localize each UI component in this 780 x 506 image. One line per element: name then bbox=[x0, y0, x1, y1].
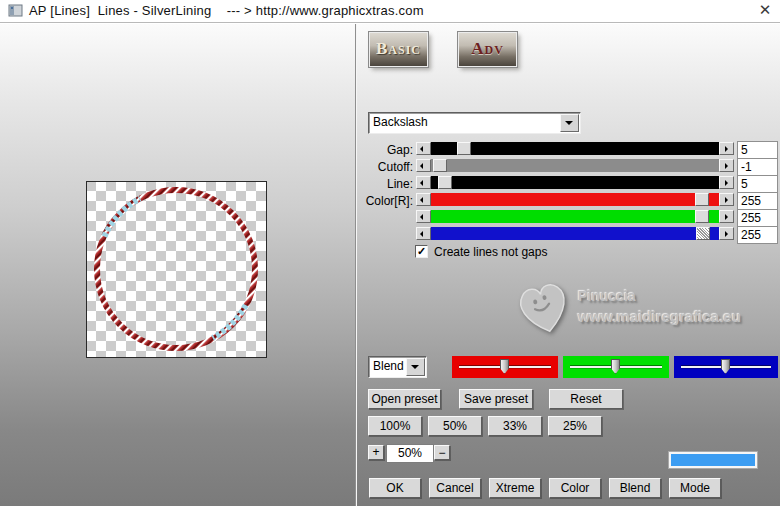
slider-label-cutoff: Cutoff: bbox=[358, 160, 413, 174]
zoom-level-field[interactable]: 50% bbox=[386, 444, 434, 463]
save-preset-button[interactable]: Save preset bbox=[459, 389, 533, 409]
slider-right-arrow[interactable] bbox=[719, 176, 734, 189]
zoom-50-button[interactable]: 50% bbox=[428, 416, 482, 436]
progress-fill bbox=[671, 454, 755, 466]
slider-value-blue[interactable]: 255 bbox=[737, 226, 778, 244]
reset-button[interactable]: Reset bbox=[549, 389, 623, 409]
slider-pointer[interactable] bbox=[721, 359, 730, 374]
create-lines-label: Create lines not gaps bbox=[434, 245, 547, 259]
zoom-100-button[interactable]: 100% bbox=[368, 416, 422, 436]
tab-basic[interactable]: Basic bbox=[369, 32, 428, 67]
slider-pointer[interactable] bbox=[500, 359, 509, 374]
pattern-dropdown-value: Backslash bbox=[373, 115, 428, 129]
slider-left-arrow[interactable] bbox=[416, 142, 431, 155]
slider-thumb[interactable] bbox=[695, 193, 709, 206]
window-title: AP [Lines] Lines - SilverLining --- > ht… bbox=[29, 3, 424, 18]
heart-icon bbox=[512, 276, 576, 340]
blend-slider-green[interactable] bbox=[563, 356, 669, 378]
open-preset-button[interactable]: Open preset bbox=[368, 389, 441, 409]
zoom-25-button[interactable]: 25% bbox=[548, 416, 602, 436]
slider-value-green[interactable]: 255 bbox=[737, 209, 778, 227]
slider-track-cutoff[interactable] bbox=[431, 159, 719, 172]
slider-right-arrow[interactable] bbox=[719, 227, 734, 240]
watermark-name: Pinuccia bbox=[578, 288, 636, 304]
preview-canvas[interactable] bbox=[86, 181, 267, 361]
tab-adv[interactable]: Adv bbox=[458, 32, 517, 67]
slider-label-line: Line: bbox=[358, 177, 413, 191]
slider-value-red[interactable]: 255 bbox=[737, 192, 778, 210]
slider-row-color-r: Color[R]: 255 bbox=[358, 193, 778, 210]
xtreme-button[interactable]: Xtreme bbox=[489, 478, 541, 498]
slider-value-line[interactable]: 5 bbox=[737, 175, 778, 193]
mode-button[interactable]: Mode bbox=[669, 478, 721, 498]
chevron-down-icon bbox=[565, 121, 573, 125]
slider-pointer[interactable] bbox=[611, 359, 620, 374]
slider-left-arrow[interactable] bbox=[416, 210, 431, 223]
slider-track-line[interactable] bbox=[431, 176, 719, 189]
app-icon bbox=[8, 3, 24, 22]
slider-track-gap[interactable] bbox=[431, 142, 719, 155]
slider-right-arrow[interactable] bbox=[719, 210, 734, 223]
watermark: Pinuccia www.maidiregrafica.eu bbox=[512, 276, 752, 346]
ok-button[interactable]: OK bbox=[369, 478, 421, 498]
slider-track-blue[interactable] bbox=[431, 227, 719, 240]
close-icon[interactable]: ✕ bbox=[756, 1, 774, 19]
slider-track-green[interactable] bbox=[431, 210, 719, 223]
zoom-out-button[interactable]: − bbox=[434, 445, 450, 460]
blend-dropdown-value: Blend Opti bbox=[373, 359, 410, 373]
slider-right-arrow[interactable] bbox=[719, 142, 734, 155]
slider-row-color-b: 255 bbox=[358, 227, 778, 244]
slider-label-gap: Gap: bbox=[358, 143, 413, 157]
cancel-button[interactable]: Cancel bbox=[429, 478, 481, 498]
slider-track-red[interactable] bbox=[431, 193, 719, 206]
color-button[interactable]: Color bbox=[549, 478, 601, 498]
progress-bar bbox=[668, 451, 758, 469]
create-lines-checkbox[interactable]: ✓ bbox=[415, 245, 428, 258]
slider-value-cutoff[interactable]: -1 bbox=[737, 158, 778, 176]
pattern-dropdown[interactable]: Backslash bbox=[368, 112, 581, 134]
slider-thumb[interactable] bbox=[438, 176, 452, 189]
blend-button[interactable]: Blend bbox=[609, 478, 661, 498]
slider-right-arrow[interactable] bbox=[719, 159, 734, 172]
slider-row-gap: Gap: 5 bbox=[358, 142, 778, 159]
zoom-in-button[interactable]: + bbox=[368, 445, 384, 460]
blend-options-dropdown[interactable]: Blend Opti bbox=[368, 356, 427, 378]
blend-slider-red[interactable] bbox=[452, 356, 558, 378]
client-area: Basic Adv Backslash Gap: 5 Cutoff: -1 Li… bbox=[0, 23, 780, 506]
title-bar: AP [Lines] Lines - SilverLining --- > ht… bbox=[0, 0, 780, 23]
chevron-down-icon bbox=[411, 365, 419, 369]
slider-row-color-g: 255 bbox=[358, 210, 778, 227]
slider-thumb[interactable] bbox=[457, 142, 471, 155]
slider-label-color-r: Color[R]: bbox=[358, 194, 413, 208]
slider-row-cutoff: Cutoff: -1 bbox=[358, 159, 778, 176]
slider-left-arrow[interactable] bbox=[416, 227, 431, 240]
slider-row-line: Line: 5 bbox=[358, 176, 778, 193]
slider-left-arrow[interactable] bbox=[416, 193, 431, 206]
blend-slider-blue[interactable] bbox=[674, 356, 778, 378]
slider-thumb[interactable] bbox=[695, 210, 709, 223]
watermark-site: www.maidiregrafica.eu bbox=[578, 308, 741, 325]
pane-divider-highlight bbox=[356, 24, 357, 506]
slider-left-arrow[interactable] bbox=[416, 176, 431, 189]
plugin-window: AP [Lines] Lines - SilverLining --- > ht… bbox=[0, 0, 780, 506]
zoom-33-button[interactable]: 33% bbox=[488, 416, 542, 436]
slider-right-arrow[interactable] bbox=[719, 193, 734, 206]
dropdown-arrow-button[interactable] bbox=[560, 114, 579, 132]
slider-thumb[interactable] bbox=[696, 227, 710, 240]
dropdown-arrow-button[interactable] bbox=[406, 358, 425, 376]
slider-thumb[interactable] bbox=[433, 159, 447, 172]
slider-value-gap[interactable]: 5 bbox=[737, 141, 778, 159]
slider-left-arrow[interactable] bbox=[416, 159, 431, 172]
